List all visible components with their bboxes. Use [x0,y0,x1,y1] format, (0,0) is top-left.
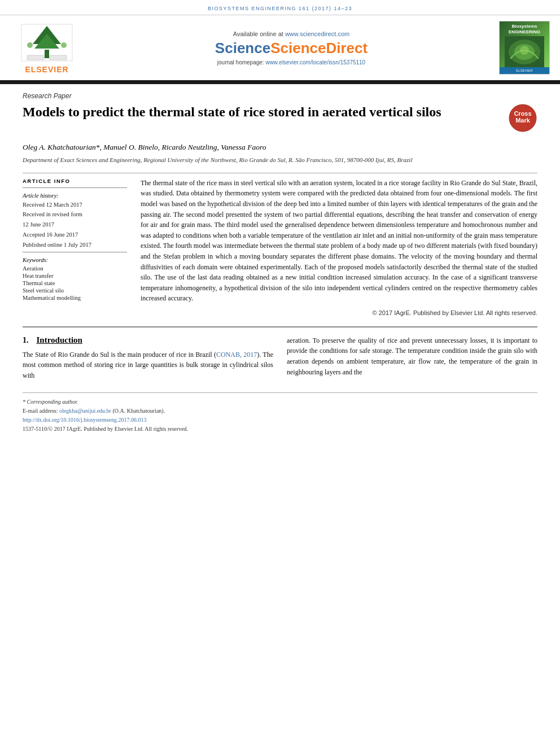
abstract-text: The thermal state of the rice mass in st… [141,178,537,304]
sciencedirect-title: ScienceScienceDirect [84,40,499,57]
svg-point-13 [520,46,529,55]
copyright-line: © 2017 IAgrE. Published by Elsevier Ltd.… [141,309,537,316]
section-number: 1. [23,336,29,345]
keywords-heading: Keywords: [23,257,127,263]
author-email-link[interactable]: olegkha@unijui.edu.br [59,408,111,414]
introduction-right: aeration. To preserve the quality of ric… [287,335,537,381]
svg-text:Cross: Cross [514,110,531,117]
keyword-aeration: Aeration [23,265,127,272]
accepted-entry: Accepted 16 June 2017 [23,231,127,239]
svg-rect-9 [50,55,67,60]
article-type-label: Research Paper [23,92,537,100]
svg-text:Mark: Mark [515,117,531,124]
received-revised-label: Received in revised form [23,211,127,219]
journal-homepage-line: journal homepage: www.elsevier.com/locat… [84,59,499,65]
article-title: Models to predict the thermal state of r… [23,103,508,121]
elsevier-tree-icon [19,21,75,64]
article-info-divider-2 [23,252,127,252]
issn-line: 1537-5110/© 2017 IAgrE. Published by Els… [23,425,537,434]
doi-line: http://dx.doi.org/10.1016/j.biosystemsen… [23,416,537,425]
svg-point-7 [61,42,67,48]
keyword-steel-vertical-silo: Steel vertical silo [23,287,127,294]
introduction-section: 1. Introduction The State of Rio Grande … [23,335,537,381]
footnote-block: * Corresponding author. E-mail address: … [23,397,537,434]
biosystems-cover: Biosystems ENGINEERING ELSEVIER [499,21,550,75]
journal-homepage-link[interactable]: www.elsevier.com/locate/issn/15375110 [265,59,365,65]
journal-citation: BIOSYSTEMS ENGINEERING 161 (2017) 14–23 [208,6,352,11]
main-content: Research Paper Models to predict the the… [0,84,560,381]
keyword-heat-transfer: Heat transfer [23,273,127,279]
affiliation-text: Department of Exact Sciences and Enginee… [23,155,537,165]
article-info-column: ARTICLE INFO Article history: Received 1… [23,178,127,316]
page-footer: * Corresponding author. E-mail address: … [23,392,537,442]
doi-link[interactable]: http://dx.doi.org/10.1016/j.biosystemsen… [23,417,147,423]
received-1-entry: Received 12 March 2017 [23,201,127,209]
journal-top-bar: BIOSYSTEMS ENGINEERING 161 (2017) 14–23 [0,0,560,15]
keyword-mathematical-modelling: Mathematical modelling [23,295,127,301]
section-heading: Introduction [37,335,82,345]
elsevier-logo: ELSEVIER [10,21,84,74]
available-online-text: Available online at www.sciencedirect.co… [84,30,499,37]
conab-reference-link[interactable]: CONAB, 2017 [216,351,257,359]
biosystems-cover-image [505,36,544,67]
crossmark-badge: Cross Mark [508,103,537,135]
received-revised-date: 12 June 2017 [23,221,127,229]
article-info-divider-1 [23,187,127,188]
abstract-column: The thermal state of the rice mass in st… [141,178,537,316]
sciencedirect-url-link[interactable]: www.sciencedirect.com [285,30,349,37]
svg-point-6 [27,42,33,48]
history-label: Article history: [23,193,127,199]
biosystems-bottom-bar: ELSEVIER [500,67,549,74]
article-title-row: Models to predict the thermal state of r… [23,103,537,135]
logo-row: ELSEVIER Available online at www.science… [0,15,560,82]
email-line: E-mail address: olegkha@unijui.edu.br (O… [23,407,537,416]
intro-left-text: The State of Rio Grande do Sul is the ma… [23,350,273,381]
section-title-row: 1. Introduction [23,335,273,345]
authors-line: Oleg A. Khatchatourian*, Manuel O. Binel… [23,142,537,153]
introduction-left: 1. Introduction The State of Rio Grande … [23,335,273,381]
corresponding-author-label: * Corresponding author. [23,397,537,407]
article-info-heading: ARTICLE INFO [23,178,127,184]
intro-right-text: aeration. To preserve the quality of ric… [287,335,537,377]
article-info-abstract-section: ARTICLE INFO Article history: Received 1… [23,178,537,316]
elsevier-brand-label: ELSEVIER [25,65,68,74]
biosystems-cover-title: Biosystems ENGINEERING [507,21,542,34]
sciencedirect-header: Available online at www.sciencedirect.co… [84,30,499,65]
section-separator-1 [23,173,537,173]
svg-rect-8 [27,55,44,60]
published-online-entry: Published online 1 July 2017 [23,241,127,250]
keyword-thermal-state: Thermal state [23,280,127,286]
svg-rect-2 [45,50,49,58]
section-separator-2 [23,326,537,327]
